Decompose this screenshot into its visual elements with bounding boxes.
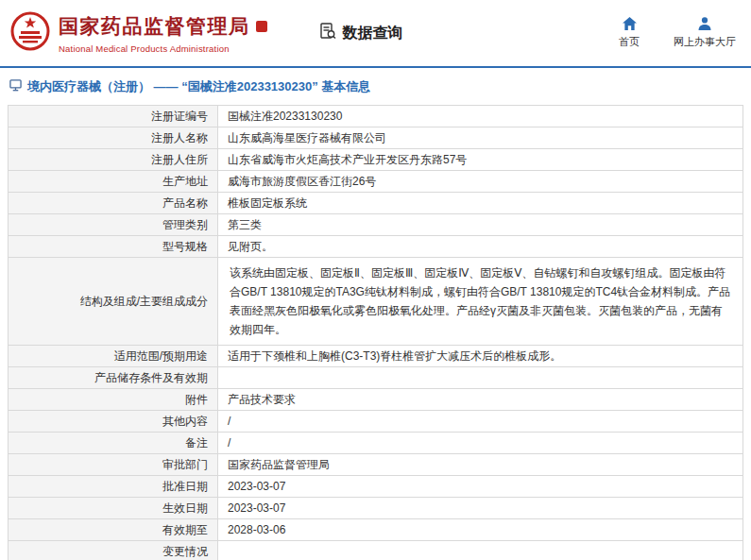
nav-data-query[interactable]: 数据查询 — [318, 22, 403, 44]
field-label: 审批部门 — [9, 454, 218, 476]
nav-right: 首页 网上办事大厅 — [619, 17, 736, 49]
field-label: 附件 — [9, 389, 218, 411]
field-label: 型号规格 — [9, 236, 218, 258]
nav-service-hall[interactable]: 网上办事大厅 — [674, 17, 736, 49]
field-value: 山东省威海市火炬高技术产业开发区丹东路57号 — [218, 149, 743, 171]
field-value: 国家药品监督管理局 — [218, 454, 743, 476]
field-value: 国械注准20233130230 — [218, 106, 743, 127]
table-row: 结构及组成/主要组成成分该系统由固定板、固定板Ⅱ、固定板Ⅲ、固定板Ⅳ、固定板Ⅴ、… — [9, 258, 743, 346]
table-row: 变更情况 — [9, 541, 743, 560]
table-row: 注册人名称山东威高海星医疗器械有限公司 — [9, 127, 743, 149]
field-label: 管理类别 — [9, 214, 218, 236]
field-label: 备注 — [9, 433, 218, 454]
field-value: 适用于下颈椎和上胸椎(C3-T3)脊柱椎管扩大减压术后的椎板成形。 — [218, 346, 743, 367]
field-value: 椎板固定板系统 — [218, 193, 743, 214]
table-row: 生产地址威海市旅游度假区香江街26号 — [9, 171, 743, 193]
field-value: 山东威高海星医疗器械有限公司 — [218, 127, 743, 149]
home-icon — [623, 17, 637, 32]
field-value: 2028-03-06 — [218, 519, 743, 541]
table-row: 产品名称椎板固定板系统 — [9, 193, 743, 214]
field-value: / — [218, 433, 743, 454]
field-value: 2023-03-07 — [218, 476, 743, 498]
person-icon — [698, 17, 711, 32]
field-value — [218, 541, 743, 560]
nav-home[interactable]: 首页 — [619, 17, 640, 49]
document-search-icon — [318, 22, 337, 44]
seal-icon — [256, 21, 267, 32]
field-label: 有效期至 — [9, 519, 218, 541]
nav-home-label: 首页 — [619, 35, 640, 49]
agency-name-cn: 国家药品监督管理局 — [59, 13, 250, 40]
table-row: 注册人住所山东省威海市火炬高技术产业开发区丹东路57号 — [9, 149, 743, 171]
field-value: 威海市旅游度假区香江街26号 — [218, 171, 743, 193]
table-row: 型号规格见附页。 — [9, 236, 743, 258]
page-title: 境内医疗器械（注册） —— “国械注准20233130230” 基本信息 — [0, 68, 751, 103]
nav-data-query-label: 数据查询 — [343, 24, 403, 43]
agency-name-en: National Medical Products Administration — [59, 43, 267, 54]
field-label: 注册人住所 — [9, 149, 218, 171]
field-label: 生效日期 — [9, 498, 218, 519]
table-row: 其他内容/ — [9, 411, 743, 433]
field-label: 批准日期 — [9, 476, 218, 498]
table-row: 备注/ — [9, 433, 743, 454]
table-row: 批准日期2023-03-07 — [9, 476, 743, 498]
site-header: 国家药品监督管理局 National Medical Products Admi… — [0, 0, 751, 66]
field-label: 其他内容 — [9, 411, 218, 433]
table-row: 附件产品技术要求 — [9, 389, 743, 411]
field-label: 产品名称 — [9, 193, 218, 214]
field-value — [218, 367, 743, 389]
field-value: 该系统由固定板、固定板Ⅱ、固定板Ⅲ、固定板Ⅳ、固定板Ⅴ、自钻螺钉和自攻螺钉组成。… — [218, 258, 743, 346]
field-label: 产品储存条件及有效期 — [9, 367, 218, 389]
brand-text: 国家药品监督管理局 National Medical Products Admi… — [59, 13, 267, 54]
field-value: / — [218, 411, 743, 433]
field-label: 适用范围/预期用途 — [9, 346, 218, 367]
field-value: 产品技术要求 — [218, 389, 743, 411]
field-label: 结构及组成/主要组成成分 — [9, 258, 218, 346]
table-row: 注册证编号国械注准20233130230 — [9, 106, 743, 127]
field-label: 生产地址 — [9, 171, 218, 193]
page-title-text: 境内医疗器械（注册） —— “国械注准20233130230” 基本信息 — [27, 78, 370, 95]
table-row: 适用范围/预期用途适用于下颈椎和上胸椎(C3-T3)脊柱椎管扩大减压术后的椎板成… — [9, 346, 743, 367]
field-label: 注册人名称 — [9, 127, 218, 149]
field-label: 变更情况 — [9, 541, 218, 560]
table-row: 审批部门国家药品监督管理局 — [9, 454, 743, 476]
table-row: 产品储存条件及有效期 — [9, 367, 743, 389]
table-row: 生效日期2023-03-07 — [9, 498, 743, 519]
info-table: 注册证编号国械注准20233130230注册人名称山东威高海星医疗器械有限公司注… — [8, 105, 743, 560]
field-label: 注册证编号 — [9, 106, 218, 127]
table-row: 有效期至2028-03-06 — [9, 519, 743, 541]
nmpa-emblem-logo — [9, 8, 51, 58]
field-value: 2023-03-07 — [218, 498, 743, 519]
table-row: 管理类别第三类 — [9, 214, 743, 236]
field-value: 见附页。 — [218, 236, 743, 258]
brand: 国家药品监督管理局 National Medical Products Admi… — [9, 8, 267, 58]
nav-service-hall-label: 网上办事大厅 — [674, 35, 736, 49]
field-value: 第三类 — [218, 214, 743, 236]
document-icon — [9, 79, 22, 94]
